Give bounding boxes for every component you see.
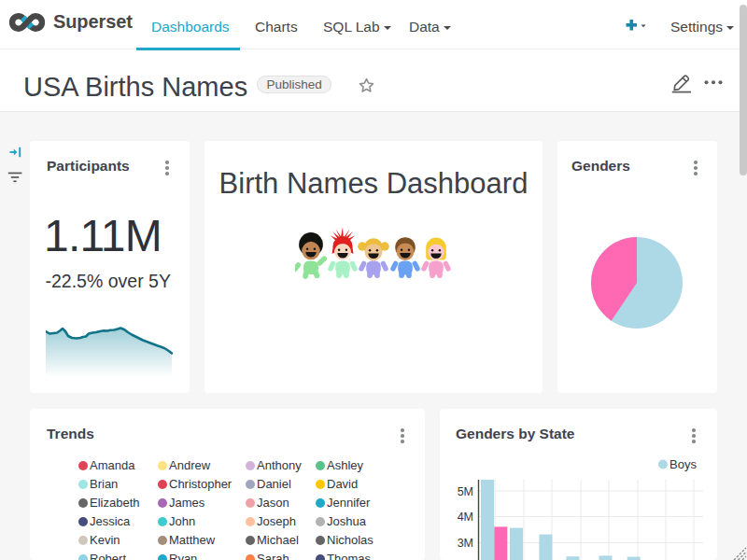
- svg-text:3M: 3M: [458, 537, 473, 550]
- svg-text:5M: 5M: [458, 485, 473, 498]
- svg-text:4M: 4M: [458, 511, 473, 524]
- svg-text:Boys: Boys: [669, 457, 697, 471]
